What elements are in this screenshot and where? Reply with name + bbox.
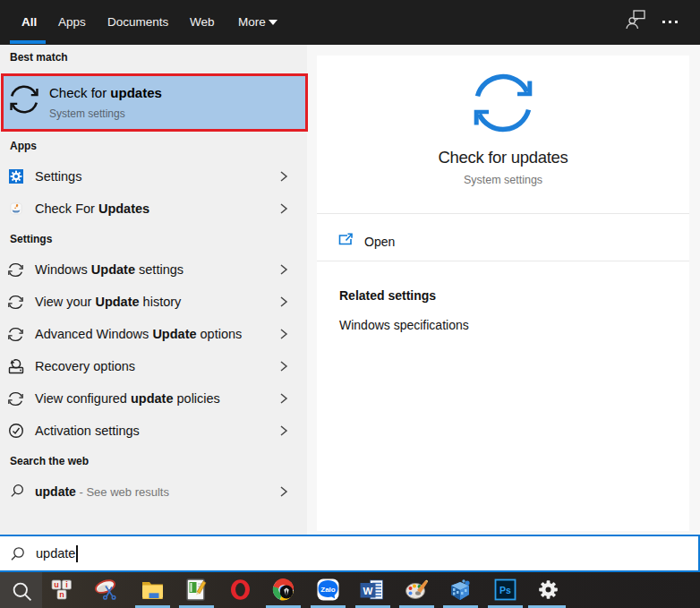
svg-text:n: n — [59, 590, 64, 599]
svg-text:Zalo: Zalo — [320, 586, 336, 594]
svg-text:W: W — [363, 586, 373, 596]
svg-text:u: u — [54, 580, 59, 589]
svg-text:Ps: Ps — [499, 585, 511, 595]
svg-text:i: i — [65, 580, 68, 589]
